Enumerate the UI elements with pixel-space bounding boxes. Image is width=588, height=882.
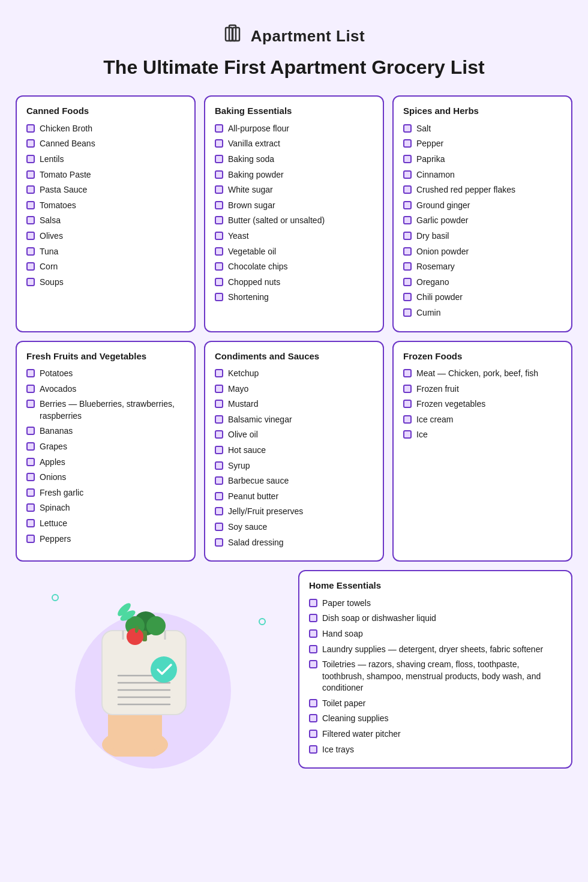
checkbox-icon[interactable] (215, 476, 223, 485)
list-item[interactable]: Ice (403, 429, 562, 441)
list-item[interactable]: Lettuce (26, 518, 185, 530)
checkbox-icon[interactable] (309, 645, 317, 653)
list-item[interactable]: Avocados (26, 383, 185, 395)
checkbox-icon[interactable] (26, 201, 35, 209)
checkbox-icon[interactable] (403, 170, 412, 179)
list-item[interactable]: Spinach (26, 502, 185, 514)
checkbox-icon[interactable] (215, 461, 223, 470)
checkbox-icon[interactable] (215, 201, 223, 209)
list-item[interactable]: Canned Beans (26, 138, 185, 150)
list-item[interactable]: Ground ginger (403, 200, 562, 212)
checkbox-icon[interactable] (26, 185, 35, 194)
list-item[interactable]: Yeast (215, 230, 373, 242)
checkbox-icon[interactable] (309, 629, 317, 638)
list-item[interactable]: Balsamic vinegar (215, 414, 373, 426)
list-item[interactable]: Frozen vegetables (403, 398, 562, 410)
list-item[interactable]: Vegetable oil (215, 246, 373, 258)
checkbox-icon[interactable] (215, 430, 223, 439)
checkbox-icon[interactable] (403, 201, 412, 209)
checkbox-icon[interactable] (215, 155, 223, 163)
checkbox-icon[interactable] (26, 442, 35, 451)
list-item[interactable]: Lentils (26, 154, 185, 166)
checkbox-icon[interactable] (26, 232, 35, 240)
checkbox-icon[interactable] (309, 699, 317, 707)
checkbox-icon[interactable] (215, 278, 223, 286)
list-item[interactable]: Soups (26, 277, 185, 289)
checkbox-icon[interactable] (215, 232, 223, 240)
checkbox-icon[interactable] (403, 415, 412, 424)
checkbox-icon[interactable] (215, 523, 223, 531)
list-item[interactable]: Berries — Blueberries, strawberries, ras… (26, 398, 185, 422)
list-item[interactable]: Butter (salted or unsalted) (215, 215, 373, 227)
list-item[interactable]: Bananas (26, 425, 185, 437)
checkbox-icon[interactable] (215, 139, 223, 148)
list-item[interactable]: Vanilla extract (215, 138, 373, 150)
list-item[interactable]: Paprika (403, 154, 562, 166)
checkbox-icon[interactable] (403, 124, 412, 133)
list-item[interactable]: Toiletries — razors, shaving cream, flos… (309, 659, 562, 694)
list-item[interactable]: All-purpose flour (215, 123, 373, 135)
checkbox-icon[interactable] (26, 488, 35, 497)
checkbox-icon[interactable] (215, 369, 223, 377)
checkbox-icon[interactable] (26, 216, 35, 224)
list-item[interactable]: Jelly/Fruit preserves (215, 506, 373, 518)
list-item[interactable]: Mustard (215, 398, 373, 410)
list-item[interactable]: Hot sauce (215, 445, 373, 457)
checkbox-icon[interactable] (26, 139, 35, 148)
checkbox-icon[interactable] (309, 614, 317, 622)
list-item[interactable]: Apples (26, 457, 185, 469)
checkbox-icon[interactable] (403, 293, 412, 301)
checkbox-icon[interactable] (309, 730, 317, 738)
checkbox-icon[interactable] (215, 385, 223, 393)
checkbox-icon[interactable] (26, 170, 35, 179)
checkbox-icon[interactable] (309, 599, 317, 607)
list-item[interactable]: Pepper (403, 138, 562, 150)
checkbox-icon[interactable] (215, 185, 223, 194)
checkbox-icon[interactable] (403, 155, 412, 163)
checkbox-icon[interactable] (26, 262, 35, 271)
checkbox-icon[interactable] (26, 473, 35, 481)
list-item[interactable]: Paper towels (309, 598, 562, 610)
checkbox-icon[interactable] (215, 538, 223, 547)
list-item[interactable]: Ice trays (309, 744, 562, 756)
list-item[interactable]: Garlic powder (403, 215, 562, 227)
checkbox-icon[interactable] (215, 492, 223, 500)
checkbox-icon[interactable] (403, 216, 412, 224)
list-item[interactable]: Shortening (215, 292, 373, 304)
list-item[interactable]: Oregano (403, 277, 562, 289)
checkbox-icon[interactable] (26, 427, 35, 435)
checkbox-icon[interactable] (403, 308, 412, 317)
checkbox-icon[interactable] (215, 262, 223, 271)
list-item[interactable]: White sugar (215, 184, 373, 196)
checkbox-icon[interactable] (26, 535, 35, 543)
list-item[interactable]: Tomato Paste (26, 169, 185, 181)
list-item[interactable]: Cleaning supplies (309, 713, 562, 725)
list-item[interactable]: Rosemary (403, 261, 562, 273)
checkbox-icon[interactable] (403, 262, 412, 271)
list-item[interactable]: Dish soap or dishwasher liquid (309, 613, 562, 625)
checkbox-icon[interactable] (403, 278, 412, 286)
checkbox-icon[interactable] (26, 458, 35, 466)
list-item[interactable]: Hand soap (309, 628, 562, 640)
list-item[interactable]: Chili powder (403, 292, 562, 304)
list-item[interactable]: Ketchup (215, 368, 373, 380)
list-item[interactable]: Brown sugar (215, 200, 373, 212)
checkbox-icon[interactable] (26, 503, 35, 512)
list-item[interactable]: Chocolate chips (215, 261, 373, 273)
list-item[interactable]: Fresh garlic (26, 487, 185, 499)
checkbox-icon[interactable] (26, 369, 35, 377)
list-item[interactable]: Peppers (26, 533, 185, 545)
list-item[interactable]: Baking soda (215, 154, 373, 166)
list-item[interactable]: Syrup (215, 460, 373, 472)
checkbox-icon[interactable] (403, 185, 412, 194)
list-item[interactable]: Olives (26, 230, 185, 242)
list-item[interactable]: Soy sauce (215, 521, 373, 533)
checkbox-icon[interactable] (403, 247, 412, 256)
checkbox-icon[interactable] (26, 247, 35, 256)
list-item[interactable]: Pasta Sauce (26, 184, 185, 196)
checkbox-icon[interactable] (26, 519, 35, 527)
list-item[interactable]: Mayo (215, 383, 373, 395)
checkbox-icon[interactable] (403, 139, 412, 148)
list-item[interactable]: Corn (26, 261, 185, 273)
checkbox-icon[interactable] (215, 247, 223, 256)
